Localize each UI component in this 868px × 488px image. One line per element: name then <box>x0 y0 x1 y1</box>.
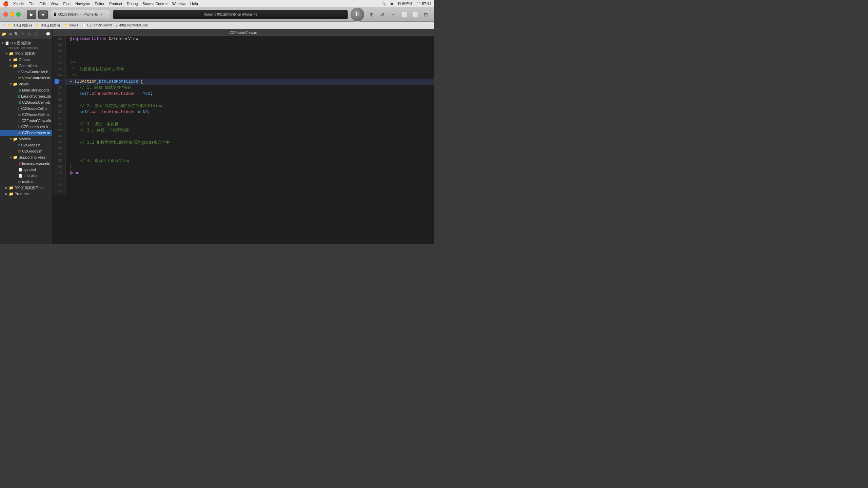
nav-back[interactable]: ‹ <box>3 23 4 27</box>
tree-item-root[interactable]: ▼ 📋 001团购案例 <box>0 40 52 46</box>
sidebar-item-launchscreen[interactable]: ⊞ LaunchScreen.xib <box>0 93 52 99</box>
minimize-button[interactable] <box>10 12 14 17</box>
code-content: @end <box>65 170 434 176</box>
code-line-43: 43 <box>53 188 434 195</box>
sidebar-item-czgoods-m[interactable]: m CZGoods.m <box>0 148 52 154</box>
sidebar-item-tgs-plist[interactable]: 📄 tgs.plist <box>0 166 52 172</box>
sidebar-toggle-left[interactable]: ⊞ <box>367 10 376 19</box>
code-line-36: 36 <box>53 146 434 152</box>
search-sidebar-btn[interactable]: 🔍 <box>14 30 20 38</box>
line-number: 28 <box>53 97 65 103</box>
breakpoint-navigator-btn[interactable]: ⊹ <box>39 30 45 38</box>
sidebar-item-czgoodscell-m[interactable]: m CZGoodsCell.m <box>0 111 52 118</box>
menu-source-control[interactable]: Source Control <box>142 2 167 6</box>
code-content: // 3.2 把模型对象加到控制器的goods集合当中 <box>65 140 434 146</box>
breadcrumb-item-5[interactable]: -btnLoadMoreClick <box>119 23 147 27</box>
breadcrumb-item-4[interactable]: CZFooterView.m <box>87 23 112 27</box>
sidebar-item-images-xcassets[interactable]: ⊕ Images.xcassets <box>0 160 52 166</box>
sidebar-item-others[interactable]: ▶ 📁 Others <box>0 57 52 63</box>
sidebar-item-czgoodscell-h[interactable]: h CZGoodsCell.h <box>0 105 52 111</box>
menu-help[interactable]: Help <box>190 2 198 6</box>
sidebar-item-controllers[interactable]: ▼ 📁 Controllers <box>0 63 52 69</box>
code-content: } <box>65 164 434 170</box>
sidebar: 📁 ⊞ 🔍 ⚠ ◇ ⬛ ⊹ 💬 ▼ 📋 001团购案例 2 targets, i… <box>0 29 53 244</box>
editor-layout-toggle[interactable]: ⬜ <box>399 10 409 19</box>
sidebar-item-czfooterview-h[interactable]: h CZFooterView.h <box>0 124 52 130</box>
menu-find[interactable]: Find <box>63 2 71 6</box>
line-number: 25 <box>53 79 65 85</box>
run-button[interactable]: ▶ <box>27 10 36 19</box>
report-navigator-btn[interactable]: 💬 <box>45 30 51 38</box>
code-line-37: 37 <box>53 152 434 158</box>
spotlight-icon[interactable]: 🔍 <box>381 1 386 6</box>
menu-file[interactable]: File <box>28 2 35 6</box>
sidebar-item-views[interactable]: ▼ 📁 Views <box>0 81 52 87</box>
code-content: * 加载更多按钮的单击事件 <box>65 66 434 73</box>
code-content: // 3.1 创建一个模型对象 <box>65 127 434 134</box>
sidebar-item-czfooterview-m[interactable]: m CZFooterView.m <box>0 130 52 136</box>
menu-product[interactable]: Product <box>109 2 122 6</box>
test-navigator-btn[interactable]: ◇ <box>26 30 32 38</box>
sidebar-toggle-right[interactable]: ⬜ <box>410 10 420 19</box>
scheme-selector[interactable]: 📱 001迁购案例 › iPhone 4s ▾ <box>50 10 111 19</box>
nav-forward[interactable]: › <box>5 23 6 27</box>
code-line-23: 23 * 加载更多按钮的单击事件 <box>53 66 434 73</box>
sidebar-item-main-folder[interactable]: ▼ 📁 001团购案例 <box>0 50 52 57</box>
breadcrumb-item-2[interactable]: 001迁购案例 <box>41 23 60 28</box>
code-content <box>65 152 434 158</box>
assistant-editor-toggle[interactable]: ↔ <box>389 10 398 19</box>
close-button[interactable] <box>3 12 8 17</box>
traffic-lights <box>3 12 21 17</box>
debug-navigator-btn[interactable]: ⬛ <box>33 30 39 38</box>
stop-button[interactable]: ■ <box>38 10 48 19</box>
sidebar-item-viewcontroller-m[interactable]: m ViewController.m <box>0 75 52 81</box>
line-number: 20 <box>53 48 65 54</box>
folder-icon-btn[interactable]: 📁 <box>1 30 7 38</box>
sidebar-item-main-m[interactable]: m main.m <box>0 179 52 185</box>
menu-edit[interactable]: Edit <box>39 2 46 6</box>
code-line-25: 25 - (IBAction)btnLoadMoreClick { <box>53 79 434 85</box>
source-control-btn[interactable]: ⊞ <box>8 30 14 38</box>
sidebar-item-viewcontroller-h[interactable]: h ViewController.h <box>0 69 52 75</box>
code-content <box>65 97 434 103</box>
menu-window[interactable]: Window <box>172 2 185 6</box>
file-path-bar: ‹ › 📁 001迁购案例 › 📁 001迁购案例 › 📁 Views › 📄 … <box>0 22 434 29</box>
pause-button[interactable]: ⏸ <box>350 7 365 22</box>
code-content: @implementation CZFooterView <box>65 36 434 42</box>
menu-navigate[interactable]: Navigate <box>75 2 90 6</box>
menu-view[interactable]: View <box>51 2 59 6</box>
notification-icon[interactable]: ☰ <box>390 1 394 6</box>
sidebar-item-czgoodscell-xib[interactable]: ⊞ CZGoodsCell.xib <box>0 99 52 105</box>
issue-navigator-btn[interactable]: ⚠ <box>20 30 26 38</box>
code-line-41: 41 <box>53 176 434 182</box>
sidebar-item-info-plist[interactable]: 📄 Info.plist <box>0 172 52 179</box>
breadcrumb-item-1[interactable]: 001迁购案例 <box>13 23 32 28</box>
sidebar-item-models[interactable]: ▼ 📁 Models <box>0 136 52 142</box>
menu-editor[interactable]: Editor <box>95 2 104 6</box>
sidebar-item-supporting-files[interactable]: ▼ 📁 Supporting Files <box>0 154 52 160</box>
editor-container: CZFooterView.m 18 @implementation CZFoot… <box>53 29 434 244</box>
breadcrumb-toggle[interactable]: ↺ <box>378 10 387 19</box>
sidebar-item-czfooterview-xib[interactable]: ⊞ CZFooterView.xib <box>0 118 52 124</box>
clock: 11:57:41 <box>417 2 431 6</box>
fullscreen-button[interactable] <box>16 12 21 17</box>
sidebar-item-tests[interactable]: ▶ 📁 001团购案例Tests <box>0 185 52 191</box>
code-editor[interactable]: 18 @implementation CZFooterView 19 20 <box>53 36 434 244</box>
toolbar: ▶ ■ 📱 001迁购案例 › iPhone 4s ▾ Running 001团… <box>0 7 434 22</box>
file-header-title: CZFooterView.m <box>230 30 257 35</box>
code-line-21: 21 <box>53 54 434 60</box>
code-line-20: 20 <box>53 48 434 54</box>
menu-xcode[interactable]: Xcode <box>13 2 24 6</box>
code-line-24: 24 */ <box>53 73 434 79</box>
menu-debug[interactable]: Debug <box>127 2 138 6</box>
sidebar-item-mainstoryboard[interactable]: ⊞ Main.storyboard <box>0 87 52 93</box>
code-line-26: 26 // 1. 隐藏"加载更多"按钮 <box>53 85 434 91</box>
code-content <box>65 48 434 54</box>
code-line-38: 38 // 4. 刷新UITableView <box>53 158 434 164</box>
sidebar-item-products[interactable]: ▶ 📁 Products <box>0 191 52 197</box>
util-area-toggle[interactable]: ⊟ <box>421 10 431 19</box>
code-line-39: 39 } <box>53 164 434 170</box>
sidebar-item-czgoods-h[interactable]: h CZGoods.h <box>0 142 52 148</box>
apple-menu[interactable]: 🍎 <box>3 1 8 6</box>
breadcrumb-item-3[interactable]: Views <box>69 23 78 27</box>
